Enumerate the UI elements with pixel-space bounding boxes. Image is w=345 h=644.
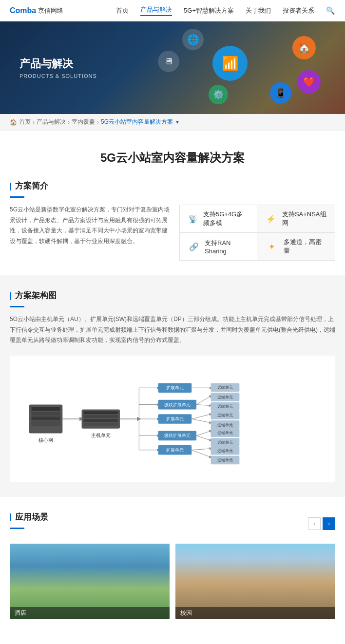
breadcrumb: 🏠 首页 › 产品与解决 › 室内覆盖 › 5G云小站室内容量解决方案 ▼ xyxy=(0,114,345,131)
svg-text:远端单元: 远端单元 xyxy=(217,431,233,435)
5g-icon: 📡 xyxy=(188,212,198,226)
home-icon: 🏠 xyxy=(292,36,316,59)
nav-about[interactable]: 关于我们 xyxy=(246,6,271,15)
hotel-image: 酒店 xyxy=(10,544,170,619)
arch-desc: 5G云小站由主机单元（AU）、扩展单元(SW)和远端覆盖单元（DP）三部分组成。… xyxy=(10,314,335,346)
app-nav: ‹ › xyxy=(308,517,335,530)
nav-menu: 首页 产品与解决 5G+智慧解决方案 关于我们 投资者关系 🔍 xyxy=(116,5,335,16)
svg-text:远端单元: 远端单元 xyxy=(217,385,233,390)
pc-icon: 🖥 xyxy=(158,51,179,72)
svg-text:扩展单元: 扩展单元 xyxy=(166,385,184,390)
svg-rect-2 xyxy=(32,412,60,416)
ran-icon: 🔗 xyxy=(188,240,200,253)
svg-text:级联扩展单元: 级联扩展单元 xyxy=(164,433,191,438)
intro-section: 方案简介 5G云小站是新型数字化室分解决方案，专门对对于复杂室内场景设计，产品形… xyxy=(10,180,335,261)
feature-sa-label: 支持SA+NSA组网 xyxy=(282,210,327,227)
hotel-label: 酒店 xyxy=(10,607,170,619)
search-icon[interactable]: 🔍 xyxy=(326,6,335,15)
svg-text:远端单元: 远端单元 xyxy=(217,440,233,445)
logo-cn: 京信网络 xyxy=(38,6,63,15)
svg-rect-3 xyxy=(32,417,60,420)
svg-text:扩展单元: 扩展单元 xyxy=(166,417,184,421)
svg-text:远端单元: 远端单元 xyxy=(217,458,233,462)
logo-comba: Comba xyxy=(10,6,36,15)
breadcrumb-current: 5G云小站室内容量解决方案 xyxy=(101,118,173,126)
hero-subtitle: PRODUCTS & SOLUTIONS xyxy=(19,73,97,79)
svg-text:级联扩展单元: 级联扩展单元 xyxy=(164,402,191,407)
wifi-icon: 📶 xyxy=(212,46,248,81)
nav-products[interactable]: 产品与解决 xyxy=(140,5,172,16)
hero-title: 产品与解决 xyxy=(19,57,97,71)
feature-grid: 📡 支持5G+4G多频多模 ⚡ 支持SA+NSA组网 🔗 支持RAN Shari… xyxy=(179,205,335,261)
svg-line-42 xyxy=(192,419,211,423)
svg-line-33 xyxy=(196,396,211,405)
globe-icon: 🌐 xyxy=(182,29,204,50)
svg-text:主机单元: 主机单元 xyxy=(91,433,111,438)
arch-diagram: 核心网 主机单元 xyxy=(10,356,335,482)
sa-icon: ⚡ xyxy=(265,212,277,226)
multi-icon: ✦ xyxy=(265,240,279,253)
svg-rect-9 xyxy=(83,415,118,418)
campus-label: 校园 xyxy=(175,607,335,619)
arch-section: 方案架构图 5G云小站由主机单元（AU）、扩展单元(SW)和远端覆盖单元（DP）… xyxy=(0,275,345,497)
breadcrumb-products[interactable]: 产品与解决 xyxy=(37,118,66,126)
svg-text:远端单元: 远端单元 xyxy=(217,395,233,399)
svg-line-36 xyxy=(196,404,211,405)
svg-rect-1 xyxy=(32,407,60,411)
svg-text:扩展单元: 扩展单元 xyxy=(166,448,184,453)
feature-multi: ✦ 多通道，高密量 xyxy=(257,233,335,260)
svg-text:远端单元: 远端单元 xyxy=(217,448,233,453)
nav-investor[interactable]: 投资者关系 xyxy=(283,6,314,15)
feature-multi-label: 多通道，高密量 xyxy=(284,238,327,255)
breadcrumb-home[interactable]: 首页 xyxy=(19,118,31,126)
intro-desc: 5G云小站是新型数字化室分解决方案，专门对对于复杂室内场景设计，产品形态、产品方… xyxy=(10,205,170,246)
dropdown-icon: ▼ xyxy=(175,119,180,125)
svg-rect-4 xyxy=(32,421,60,426)
svg-text:核心网: 核心网 xyxy=(38,437,53,443)
feature-5g: 📡 支持5G+4G多频多模 xyxy=(180,205,257,233)
main-nav: Comba 京信网络 首页 产品与解决 5G+智慧解决方案 关于我们 投资者关系… xyxy=(0,0,345,21)
feature-ran: 🔗 支持RAN Sharing xyxy=(180,233,257,260)
nav-5g[interactable]: 5G+智慧解决方案 xyxy=(184,6,234,15)
svg-line-54 xyxy=(192,450,211,457)
svg-text:远端单元: 远端单元 xyxy=(217,413,233,417)
app-section-header: 应用场景 ‹ › xyxy=(10,511,335,536)
svg-rect-10 xyxy=(83,419,118,422)
svg-rect-11 xyxy=(83,423,118,426)
next-button[interactable]: › xyxy=(323,517,335,530)
feature-5g-label: 支持5G+4G多频多模 xyxy=(203,210,249,227)
home-icon: 🏠 xyxy=(10,119,17,126)
svg-text:远端单元: 远端单元 xyxy=(217,423,233,427)
mobile-icon: 📱 xyxy=(270,82,291,104)
logo[interactable]: Comba 京信网络 xyxy=(10,6,63,15)
settings-icon: ⚙️ xyxy=(209,85,228,104)
hero-banner: 产品与解决 PRODUCTS & SOLUTIONS 🌐 🖥 📶 🏠 ⚙️ ❤️… xyxy=(0,21,345,114)
intro-title: 方案简介 xyxy=(10,180,335,191)
breadcrumb-indoor[interactable]: 室内覆盖 xyxy=(72,118,95,126)
feature-ran-label: 支持RAN Sharing xyxy=(205,239,249,255)
svg-line-45 xyxy=(196,431,211,436)
app-images: 酒店 校园 xyxy=(10,544,335,619)
app-section: 应用场景 ‹ › 酒店 校园 xyxy=(10,511,335,619)
svg-rect-8 xyxy=(83,411,118,414)
svg-text:远端单元: 远端单元 xyxy=(217,404,233,409)
feature-sa: ⚡ 支持SA+NSA组网 xyxy=(257,205,335,233)
nav-home[interactable]: 首页 xyxy=(116,6,129,15)
campus-image: 校园 xyxy=(175,544,335,619)
arch-title: 方案架构图 xyxy=(10,290,335,301)
prev-button[interactable]: ‹ xyxy=(308,517,321,530)
svg-line-51 xyxy=(192,449,211,450)
app-title: 应用场景 xyxy=(10,511,48,523)
svg-line-48 xyxy=(196,436,211,440)
svg-line-39 xyxy=(192,414,211,419)
health-icon: ❤️ xyxy=(297,70,321,94)
page-title: 5G云小站室内容量解决方案 xyxy=(10,150,335,166)
cases-section: 应用案例 山东理工大生活服务楼 本方案采用商用级5G云小站覆盖，满足该校园高速率… xyxy=(10,634,335,644)
